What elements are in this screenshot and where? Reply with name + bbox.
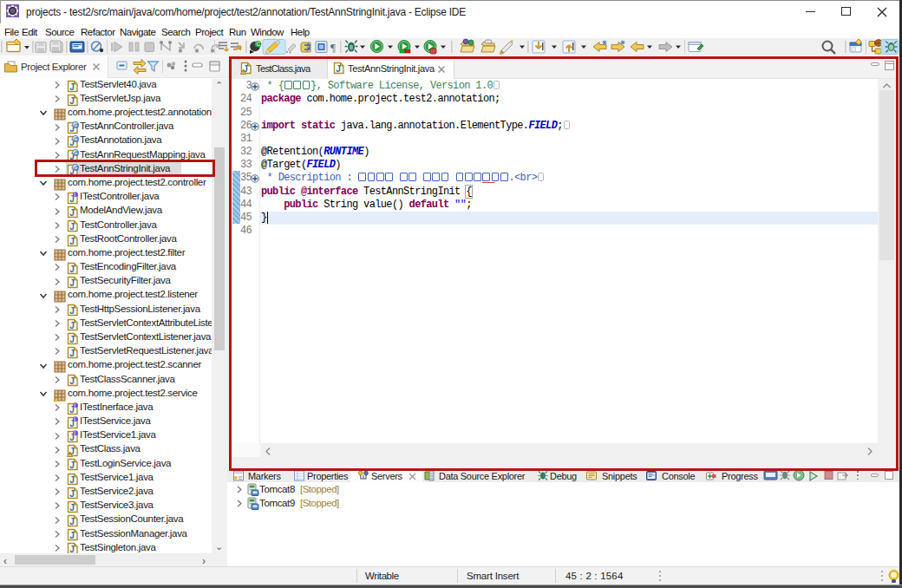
- svg-text:@: @: [74, 136, 79, 142]
- svg-text:I: I: [74, 402, 75, 408]
- svg-text:J: J: [69, 306, 75, 316]
- svg-text:I: I: [74, 416, 75, 422]
- svg-text:J: J: [69, 488, 75, 498]
- svg-text:J: J: [69, 222, 75, 232]
- svg-text:I: I: [74, 430, 75, 436]
- svg-text:J: J: [69, 531, 75, 540]
- svg-text:J: J: [69, 517, 75, 526]
- svg-text:¶: ¶: [330, 41, 336, 54]
- svg-text:J: J: [69, 278, 75, 288]
- svg-text:J: J: [69, 474, 75, 484]
- svg-text:J: J: [69, 461, 75, 470]
- svg-text:I: I: [74, 192, 75, 198]
- svg-text:J: J: [69, 334, 75, 343]
- svg-text:J: J: [69, 208, 75, 218]
- svg-text:J: J: [69, 95, 75, 105]
- svg-text:J: J: [69, 236, 75, 245]
- svg-text:J: J: [69, 264, 75, 273]
- svg-text:C: C: [256, 41, 260, 47]
- svg-text:@: @: [74, 150, 79, 156]
- svg-text:J: J: [69, 502, 75, 512]
- svg-text:J: J: [69, 376, 75, 386]
- svg-text:@: @: [74, 122, 79, 128]
- svg-text:J: J: [69, 320, 75, 330]
- svg-text:J: J: [69, 348, 75, 357]
- svg-text:J: J: [69, 82, 75, 91]
